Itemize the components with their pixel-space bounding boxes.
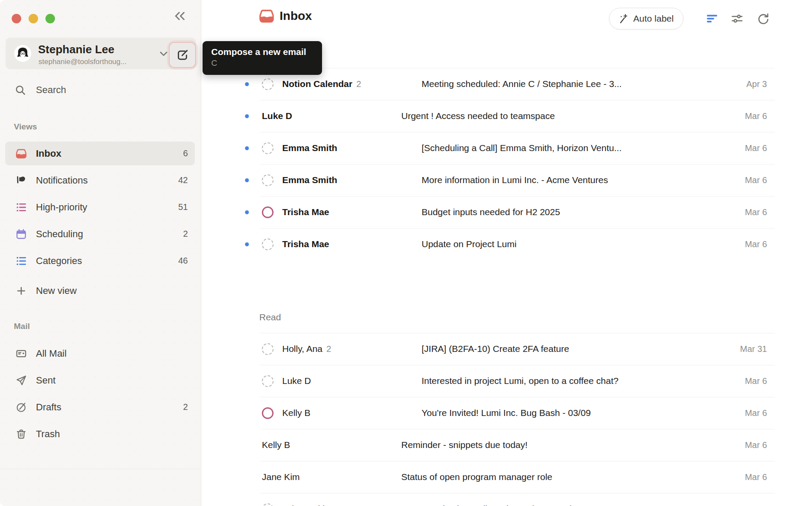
- new-view-label: New view: [36, 285, 77, 297]
- sidebar-item-count: 2: [183, 402, 188, 412]
- email-row[interactable]: Kelly B You're Invited! Lumi Inc. Bug Ba…: [202, 397, 812, 429]
- account-switcher[interactable]: Stephanie Lee stephanie@toolsforthoug...: [6, 38, 196, 69]
- sidebar-item-label: Trash: [36, 429, 60, 440]
- email-row[interactable]: Kelly B Reminder - snippets due today! M…: [202, 429, 812, 461]
- compose-icon: [176, 48, 189, 62]
- refresh-button[interactable]: [756, 11, 770, 26]
- sender-name: Luke D: [282, 376, 311, 386]
- sender-name: Luke D: [262, 111, 292, 121]
- email-row[interactable]: John Smith Introduction Call - Sales Rol…: [202, 493, 812, 506]
- display-settings-button[interactable]: [730, 11, 744, 26]
- email-row[interactable]: Trisha Mae Update on Project Lumi Mar 6: [202, 228, 812, 260]
- sidebar-item[interactable]: Scheduling 2: [5, 222, 195, 246]
- refresh-icon: [757, 12, 770, 25]
- search-icon: [15, 84, 26, 96]
- sidebar-item[interactable]: Trash: [5, 422, 195, 446]
- sender-cell: Emma Smith: [282, 175, 422, 185]
- email-date: Mar 6: [745, 175, 767, 185]
- sidebar-item[interactable]: Sent: [5, 368, 195, 392]
- email-date: Apr 3: [746, 79, 767, 89]
- search-button[interactable]: Search: [5, 78, 195, 102]
- email-date: Mar 6: [745, 472, 767, 482]
- avatar: [262, 238, 274, 250]
- minimize-window-button[interactable]: [29, 14, 38, 23]
- sidebar-item-icon: [16, 255, 27, 267]
- sidebar-item-label: Inbox: [36, 148, 61, 159]
- sender-name: Kelly B: [282, 408, 310, 418]
- sidebar-item-label: Notifications: [36, 175, 88, 186]
- compose-button[interactable]: [169, 42, 196, 68]
- email-subject: Meeting scheduled: Annie C / Stephanie L…: [422, 79, 736, 89]
- close-window-button[interactable]: [12, 14, 21, 23]
- auto-label-button[interactable]: Auto label: [609, 8, 683, 29]
- unread-dot-icon: [245, 242, 249, 246]
- sidebar-item[interactable]: All Mail: [5, 342, 195, 365]
- thread-count: 2: [326, 344, 331, 354]
- zoom-window-button[interactable]: [45, 14, 55, 23]
- sidebar-item-label: High-priority: [36, 202, 87, 213]
- sender-cell: Luke D: [262, 111, 401, 121]
- email-date: Mar 6: [745, 440, 767, 450]
- email-subject: You're Invited! Lumi Inc. Bug Bash - 03/…: [422, 408, 735, 418]
- email-row[interactable]: Luke D Interested in project Lumi, open …: [202, 365, 812, 397]
- email-date: Mar 6: [745, 207, 767, 217]
- email-subject: [Scheduling a Call] Emma Smith, Horizon …: [422, 143, 735, 153]
- unread-dot-icon: [245, 210, 249, 214]
- unread-email-list: Notion Calendar 2 Meeting scheduled: Ann…: [202, 68, 812, 260]
- email-row[interactable]: Holly, Ana 2 [JIRA] (B2FA-10) Create 2FA…: [202, 333, 812, 365]
- sidebar-item-icon: [16, 175, 27, 186]
- unread-dot-icon: [245, 82, 249, 86]
- avatar: [262, 343, 274, 355]
- tooltip-shortcut: C: [211, 58, 313, 68]
- email-subject: Budget inputs needed for H2 2025: [422, 207, 735, 217]
- sender-cell: Emma Smith: [282, 143, 422, 153]
- email-subject: Status of open program manager role: [401, 472, 735, 482]
- sender-name: Emma Smith: [282, 175, 337, 185]
- email-row[interactable]: Emma Smith [Scheduling a Call] Emma Smit…: [202, 132, 812, 164]
- sender-cell: Luke D: [282, 376, 422, 386]
- sender-name: Trisha Mae: [282, 207, 329, 217]
- email-row[interactable]: Emma Smith More information in Lumi Inc.…: [202, 164, 812, 196]
- mail-section-header: Mail: [14, 322, 30, 331]
- sender-cell: Trisha Mae: [282, 207, 422, 217]
- avatar: [262, 142, 274, 154]
- email-date: Mar 31: [740, 344, 767, 354]
- sidebar-item-icon: [16, 202, 27, 213]
- email-row[interactable]: Trisha Mae Budget inputs needed for H2 2…: [202, 196, 812, 228]
- email-date: Mar 6: [745, 111, 767, 121]
- collapse-sidebar-button[interactable]: [171, 7, 189, 25]
- sidebar-item[interactable]: Drafts 2: [5, 395, 195, 419]
- sender-name: Kelly B: [262, 440, 290, 450]
- sidebar-item-label: Categories: [36, 255, 82, 267]
- sender-name: Trisha Mae: [282, 239, 329, 249]
- email-row[interactable]: Jane Kim Status of open program manager …: [202, 461, 812, 493]
- avatar: [262, 174, 274, 186]
- page-title: Inbox: [280, 9, 312, 23]
- email-subject: Introduction Call - Sales Role at Lumi I…: [422, 504, 735, 506]
- mail-list: All Mail Sent Drafts 2 Trash: [5, 342, 195, 449]
- email-subject: Update on Project Lumi: [422, 239, 735, 249]
- profile-name: Stephanie Lee: [38, 43, 114, 56]
- email-subject: More information in Lumi Inc. - Acme Ven…: [422, 175, 735, 185]
- sidebar-item[interactable]: Notifications 42: [5, 168, 195, 192]
- email-row[interactable]: Luke D Urgent ! Access needed to teamspa…: [202, 100, 812, 132]
- sender-cell: Jane Kim: [262, 472, 401, 482]
- email-subject: Urgent ! Access needed to teamspace: [401, 111, 735, 121]
- sender-cell: Kelly B: [262, 440, 401, 450]
- sender-name: Holly, Ana: [282, 344, 322, 354]
- sender-cell: Notion Calendar 2: [282, 79, 422, 89]
- sender-cell: Holly, Ana 2: [282, 344, 422, 354]
- sidebar-item[interactable]: High-priority 51: [5, 195, 195, 219]
- read-email-list: Holly, Ana 2 [JIRA] (B2FA-10) Create 2FA…: [202, 333, 812, 506]
- filter-button[interactable]: [705, 11, 719, 26]
- unread-dot-icon: [245, 114, 249, 118]
- sidebar-item[interactable]: Inbox 6: [5, 142, 195, 165]
- new-view-button[interactable]: New view: [5, 279, 195, 306]
- avatar: [262, 206, 274, 218]
- sender-name: Emma Smith: [282, 143, 337, 153]
- email-date: Mar 6: [745, 408, 767, 418]
- sidebar-footer: N 14 ?: [0, 469, 201, 506]
- views-section-header: Views: [14, 122, 37, 132]
- unread-dot-icon: [245, 178, 249, 182]
- sidebar-item[interactable]: Categories 46: [5, 249, 195, 273]
